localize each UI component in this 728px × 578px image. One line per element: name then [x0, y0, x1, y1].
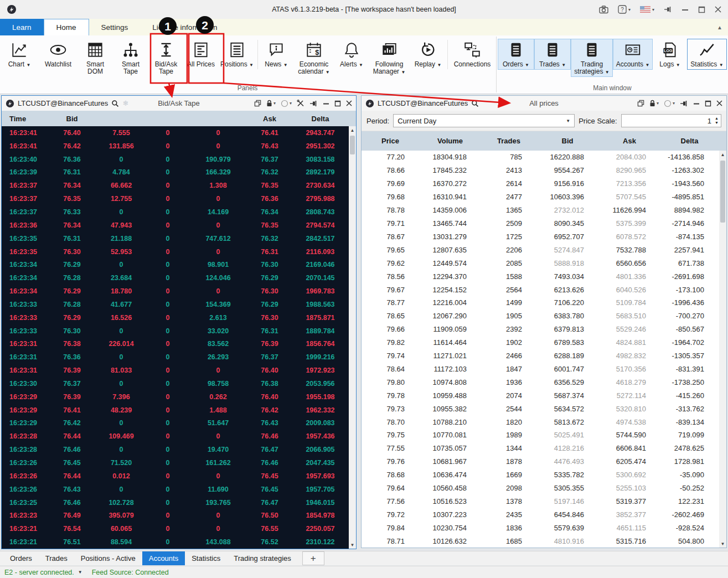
column-header-ask[interactable]: Ask	[598, 137, 660, 145]
maximize-icon[interactable]	[334, 100, 341, 107]
scroll-down-icon[interactable]: ▼	[719, 540, 726, 548]
accounts-button[interactable]: Accounts ▼	[613, 39, 653, 70]
pin-icon[interactable]	[664, 6, 672, 13]
minimize-icon[interactable]	[323, 100, 329, 107]
language-flag-icon[interactable]: ▾	[640, 6, 654, 13]
close-icon[interactable]	[715, 6, 721, 13]
workspace-tab-orders[interactable]: Orders	[3, 551, 39, 565]
connection-caret-icon[interactable]: ▼	[78, 570, 82, 575]
accounts-icon	[623, 40, 642, 59]
smart-tape-button[interactable]: Smart Tape	[113, 39, 148, 77]
trading-strategies-button[interactable]: Trading strategies ▼	[571, 39, 613, 77]
following-manager-icon	[380, 40, 399, 59]
column-header-bid[interactable]: Bid	[536, 137, 598, 145]
workspace-tab-trading-strategies[interactable]: Trading strategies	[227, 551, 298, 565]
menu-tab-license-information[interactable]: License information	[140, 19, 229, 35]
search-icon[interactable]	[111, 100, 119, 107]
ribbon-group-label: Main window	[498, 84, 727, 92]
button-label: Orders ▼	[503, 61, 529, 68]
column-header-ask[interactable]: Ask	[247, 115, 292, 123]
logs-button[interactable]: LOGLogs ▼	[653, 39, 687, 70]
camera-icon[interactable]	[599, 6, 608, 14]
price-row: 77.5610516.52313785197.1465319.377122.23…	[362, 495, 719, 508]
alerts-button[interactable]: Alerts ▼	[335, 39, 368, 70]
settings-tools-icon[interactable]	[297, 100, 304, 107]
trades-button[interactable]: Trades ▼	[534, 39, 571, 70]
column-header-delta[interactable]: Delta	[292, 115, 349, 123]
pin-icon[interactable]	[309, 100, 318, 107]
positions-button[interactable]: Positions ▼	[218, 39, 256, 70]
column-header-volume[interactable]: Volume	[419, 137, 481, 145]
maximize-icon[interactable]	[698, 6, 705, 13]
tape-row: 16:23:4176.407.5550076.412943.747	[2, 126, 349, 140]
menu-tab-settings[interactable]: Settings	[89, 19, 141, 35]
collapse-ribbon-icon[interactable]: ▲	[717, 24, 722, 30]
instrument-label[interactable]: LTCUSDT@BinanceFutures	[18, 99, 108, 107]
workspace-tab-trades[interactable]: Trades	[39, 551, 74, 565]
close-icon[interactable]	[716, 100, 722, 106]
orders-button[interactable]: Orders ▼	[498, 39, 534, 70]
news-button[interactable]: News ▼	[260, 39, 293, 70]
minimize-icon[interactable]	[693, 100, 700, 107]
snowflake-icon[interactable]: ❄	[122, 99, 128, 107]
scroll-up-icon[interactable]: ▲	[719, 151, 726, 158]
menu-tab-home[interactable]: Home	[44, 19, 89, 35]
scroll-thumb[interactable]	[720, 161, 725, 223]
prices-vertical-scrollbar[interactable]: ▲ ▼	[719, 151, 726, 548]
period-select[interactable]: Current Day ▼	[393, 114, 575, 127]
price-scale-input[interactable]: 1 ▲▼	[621, 114, 721, 127]
workspace-tab-statistics[interactable]: Statistics	[185, 551, 227, 565]
maximize-icon[interactable]	[705, 100, 711, 107]
instrument-label[interactable]: LTCUSDT@BinanceFutures	[378, 99, 468, 107]
replay-button[interactable]: Replay ▼	[410, 39, 446, 70]
pin-icon[interactable]	[680, 100, 688, 107]
help-icon[interactable]: ? ▾	[618, 5, 631, 14]
spinner-arrows-icon[interactable]: ▲▼	[715, 116, 719, 125]
lock-icon[interactable]: ▾	[649, 100, 659, 107]
scroll-down-icon[interactable]: ▼	[349, 541, 356, 549]
workspace-tab-positions-active[interactable]: Positions - Active	[74, 551, 142, 565]
tape-row: 16:23:2976.397.39600.26276.401955.198	[2, 390, 349, 404]
price-row: 78.7814359.00613652732.01211626.9948894.…	[362, 204, 719, 217]
orders-icon	[507, 40, 525, 59]
watchlist-button[interactable]: Watchlist	[39, 39, 78, 70]
tape-vertical-scrollbar[interactable]: ▲ ▼	[349, 126, 356, 549]
smart-dom-button[interactable]: Smart DOM	[78, 39, 113, 77]
economic-calendar-button[interactable]: $Economic calendar ▼	[293, 39, 335, 77]
price-row: 79.6816310.941247710603.3965707.545-4895…	[362, 190, 719, 204]
opacity-circle-icon[interactable]: ▾	[664, 100, 675, 107]
duplicate-icon[interactable]	[254, 100, 261, 107]
opacity-circle-icon[interactable]: ▾	[281, 100, 292, 107]
all-prices-panel-header: LTCUSDT@BinanceFutures All prices ▾ ▾	[362, 96, 726, 111]
connections-button[interactable]: Connections	[450, 39, 495, 70]
scroll-up-icon[interactable]: ▲	[349, 126, 356, 134]
following-manager-button[interactable]: Following Manager ▼	[368, 39, 410, 77]
column-header-bid[interactable]: Bid	[48, 115, 96, 123]
all-prices-button[interactable]: All Prices	[184, 39, 218, 70]
button-label: Connections	[454, 61, 491, 68]
statistics-button[interactable]: Statistics ▼	[687, 39, 727, 70]
lock-icon[interactable]: ▾	[266, 100, 276, 107]
workspace-tab-accounts[interactable]: Accounts	[142, 551, 185, 565]
scroll-thumb[interactable]	[350, 136, 355, 154]
bid-ask-tape-button[interactable]: Bid/Ask Tape	[148, 39, 184, 77]
price-row: 78.7010788.21018205813.6724974.538-839.1…	[362, 415, 719, 429]
tape-row: 16:23:3376.2841.6770154.36976.291988.563	[2, 298, 349, 311]
search-icon[interactable]	[471, 100, 479, 107]
minimize-icon[interactable]	[681, 6, 689, 13]
menu-tab-learn[interactable]: Learn	[0, 19, 44, 35]
column-header-delta[interactable]: Delta	[660, 137, 719, 145]
button-label: Watchlist	[45, 61, 71, 68]
chart-button[interactable]: Chart ▼	[0, 39, 39, 70]
column-header-price[interactable]: Price	[362, 137, 419, 145]
price-row: 77.5510735.05713444128.2166606.8412478.6…	[362, 442, 719, 455]
close-icon[interactable]	[346, 100, 352, 106]
add-tab-button[interactable]: +	[302, 551, 324, 565]
duplicate-icon[interactable]	[637, 100, 644, 107]
price-row: 79.6212449.57420855888.9186560.656671.73…	[362, 256, 719, 270]
tape-row: 16:23:3476.2823.6840124.04676.292070.145	[2, 271, 349, 285]
prices-column-header: PriceVolumeTradesBidAskDelta	[362, 131, 726, 151]
column-header-trades[interactable]: Trades	[481, 137, 536, 145]
price-row: 77.2018304.91878516220.8882084.030-14136…	[362, 151, 719, 164]
column-header-time[interactable]: Time	[2, 115, 48, 123]
